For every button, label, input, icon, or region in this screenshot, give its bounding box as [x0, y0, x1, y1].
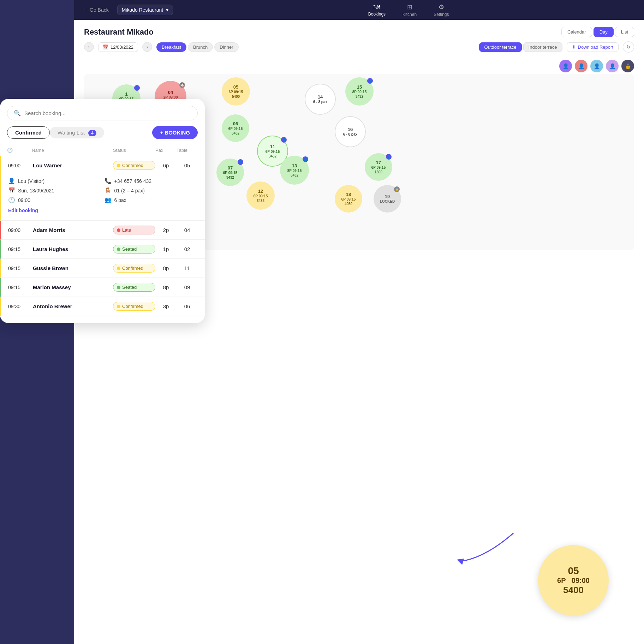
- pax-lou: 6p: [155, 162, 177, 168]
- time-marion: 09:15: [8, 285, 33, 290]
- calendar-detail-icon: 📅: [8, 187, 15, 194]
- pax-gussie: 8p: [155, 265, 177, 271]
- restaurant-selector[interactable]: Mikado Restaurant ▾: [117, 5, 173, 15]
- detail-guests: 👥 6 pax: [105, 197, 198, 203]
- booking-row-main-antonio[interactable]: 09:30 Antonio Brewer Confirmed 3p 06: [8, 297, 198, 316]
- waiting-badge: 4: [88, 130, 96, 136]
- meal-tab-dinner[interactable]: Dinner: [214, 42, 238, 52]
- table-lou: 05: [177, 162, 198, 168]
- date-chip[interactable]: 📅 12/03/2022: [98, 42, 138, 52]
- table-06[interactable]: 06 6P 09:153432: [222, 114, 249, 142]
- booking-detail-lou: 👤 Lou (Visitor) 📞 +34 657 456 432 📅 Sun,…: [8, 175, 198, 220]
- detail-phone: 📞 +34 657 456 432: [105, 178, 198, 184]
- search-box: 🔍: [7, 106, 198, 120]
- avatar-row: 👤 👤 👤 👤 🔒: [74, 57, 644, 74]
- download-icon: ⬇: [572, 44, 576, 50]
- table-05[interactable]: 05 6P 09:155400: [222, 77, 250, 106]
- dot-adam: [117, 228, 120, 232]
- download-report-btn[interactable]: ⬇ Download Report: [567, 42, 619, 52]
- clock-badge-t04: ⏰: [179, 82, 185, 88]
- table-13[interactable]: 👤 13 8P 09:153432: [280, 156, 309, 185]
- person-badge-t1: 👤: [134, 85, 140, 91]
- table-14[interactable]: 14 6 - 8 pax: [305, 84, 336, 115]
- col-time-icon: 🕐: [7, 148, 32, 153]
- status-gussie: Confirmed: [113, 264, 155, 273]
- table-18[interactable]: 18 6P 09:154050: [335, 185, 362, 213]
- large-bubble-num: 05: [568, 565, 579, 577]
- refresh-btn[interactable]: ↻: [623, 41, 634, 53]
- arrow-decoration: [450, 530, 520, 573]
- dot-laura: [117, 248, 120, 251]
- view-list-btn[interactable]: List: [615, 27, 634, 37]
- view-day-btn[interactable]: Day: [594, 27, 614, 37]
- go-back-label: Go Back: [90, 7, 109, 13]
- table-12[interactable]: 12 6P 09:153432: [246, 181, 275, 210]
- pax-antonio: 3p: [155, 303, 177, 309]
- dot-gussie: [117, 267, 120, 270]
- search-icon: 🔍: [14, 110, 21, 117]
- nav-tab-settings[interactable]: ⚙ Settings: [431, 2, 452, 18]
- next-date-btn[interactable]: ›: [142, 42, 152, 52]
- table-marion: 09: [177, 284, 198, 290]
- avatar-3[interactable]: 👤: [590, 60, 603, 72]
- detail-clock: 🕐 09:00: [8, 197, 102, 203]
- booking-panel: 🔍 Confirmed Waiting List 4 + BOOKING 🕐 N…: [0, 99, 205, 323]
- meal-tab-breakfast[interactable]: Breakfast: [156, 42, 186, 52]
- time-lou: 09:00: [8, 163, 33, 168]
- nav-tab-bookings[interactable]: 🍽 Bookings: [365, 2, 388, 18]
- avatar-lock[interactable]: 🔒: [621, 60, 634, 72]
- refresh-icon: ↻: [626, 44, 631, 50]
- time-adam: 09:00: [8, 227, 33, 233]
- view-calendar-btn[interactable]: Calendar: [561, 27, 592, 37]
- add-booking-btn[interactable]: + BOOKING: [152, 126, 198, 139]
- nav-tab-kitchen[interactable]: ⊞ Kitchen: [400, 2, 419, 18]
- table-antonio: 06: [177, 303, 198, 309]
- booking-row-main-gussie[interactable]: 09:15 Gussie Brown Confirmed 8p 11: [8, 259, 198, 278]
- go-back-button[interactable]: ← Go Back: [83, 7, 109, 13]
- table-07[interactable]: 👤 07 6P 09:153432: [216, 159, 244, 186]
- table-17[interactable]: 👤 17 6P 09:151800: [365, 153, 392, 181]
- table-15[interactable]: 👤 15 8P 09:153432: [345, 77, 374, 106]
- booking-row-main-marion[interactable]: 09:15 Marion Massey Seated 8p 09: [8, 278, 198, 297]
- avatar-1[interactable]: 👤: [559, 60, 572, 72]
- tab-confirmed[interactable]: Confirmed: [7, 126, 50, 139]
- name-adam: Adam Morris: [33, 227, 113, 233]
- booking-row-main-adam[interactable]: 09:00 Adam Morris Late 2p 04: [8, 221, 198, 239]
- table-column-headers: 🕐 Name Status Pax Table: [0, 145, 205, 156]
- booking-tabs: Confirmed Waiting List 4 + BOOKING: [0, 126, 205, 145]
- dot-antonio: [117, 305, 120, 308]
- search-input[interactable]: [24, 110, 191, 116]
- col-name-header: Name: [32, 148, 113, 153]
- person-badge-t13: 👤: [303, 156, 308, 162]
- prev-date-btn[interactable]: ›: [84, 42, 94, 52]
- booking-row-main-lou[interactable]: 09:00 Lou Warner Confirmed 6p 05: [8, 156, 198, 175]
- guests-value: 6 pax: [114, 197, 126, 203]
- settings-icon: ⚙: [439, 3, 444, 11]
- table-19[interactable]: 🔒 19 LOCKED: [374, 185, 401, 213]
- name-marion: Marion Massey: [33, 284, 113, 290]
- room-icon: 🪑: [105, 187, 112, 194]
- restaurant-name: Mikado Restaurant: [122, 7, 163, 13]
- svg-marker-0: [457, 559, 464, 565]
- name-lou: Lou Warner: [33, 162, 113, 168]
- room-value: 01 (2 – 4 pax): [114, 188, 145, 193]
- terrace-outdoor-btn[interactable]: Outdoor terrace: [479, 42, 522, 52]
- nav-tabs: 🍽 Bookings ⊞ Kitchen ⚙ Settings: [365, 2, 452, 18]
- avatar-4[interactable]: 👤: [606, 60, 619, 72]
- avatar-2[interactable]: 👤: [575, 60, 588, 72]
- kitchen-icon: ⊞: [407, 3, 412, 11]
- booking-row-main-laura[interactable]: 09:15 Laura Hughes Seated 1p 02: [8, 240, 198, 258]
- nav-tab-kitchen-label: Kitchen: [402, 12, 417, 17]
- large-table-bubble[interactable]: 05 6P 09:00 5400: [538, 545, 609, 616]
- meal-tab-brunch[interactable]: Brunch: [188, 42, 213, 52]
- terrace-indoor-btn[interactable]: Indoor terrace: [523, 42, 562, 52]
- back-arrow-icon: ←: [83, 7, 88, 13]
- dot-marion: [117, 286, 120, 289]
- view-buttons: Calendar Day List: [561, 27, 634, 37]
- edit-booking-link[interactable]: Edit booking: [8, 206, 102, 215]
- detail-visitor: 👤 Lou (Visitor): [8, 178, 102, 184]
- tab-waiting-list[interactable]: Waiting List 4: [50, 127, 104, 138]
- bookings-icon: 🍽: [374, 3, 380, 11]
- status-lou: Confirmed: [113, 161, 155, 170]
- table-16[interactable]: 16 6 - 8 pax: [335, 116, 366, 147]
